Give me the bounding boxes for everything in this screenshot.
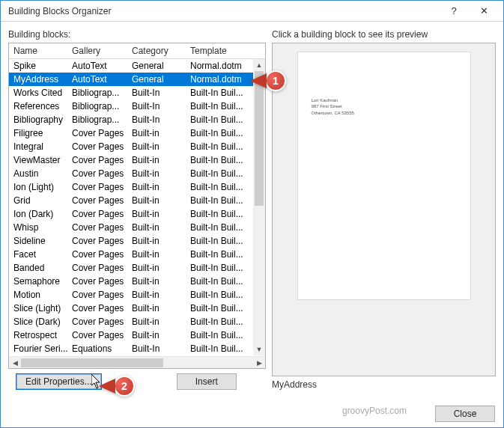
table-row[interactable]: MyAddressAutoTextGeneralNormal.dotm <box>9 73 265 86</box>
column-header-template[interactable]: Template <box>186 43 250 58</box>
cell-gallery: Cover Pages <box>67 207 127 221</box>
cell-category: Built-in <box>127 328 186 342</box>
preview-line-2: 987 First Street <box>312 103 457 109</box>
column-header-gallery[interactable]: Gallery <box>67 43 127 58</box>
cell-template: Built-In Buil... <box>186 302 250 315</box>
cell-template: Built-In Buil... <box>186 140 250 153</box>
callout-2-label: 2 <box>114 376 135 397</box>
table-row[interactable]: MotionCover PagesBuilt-inBuilt-In Buil..… <box>9 288 265 302</box>
scroll-up-icon[interactable]: ▲ <box>253 59 265 71</box>
cell-template: Built-In Buil... <box>186 100 250 113</box>
cell-gallery: Cover Pages <box>67 140 127 153</box>
table-row[interactable]: Fourier Seri...EquationsBuilt-InBuilt-In… <box>9 342 265 355</box>
h-scroll-track[interactable] <box>21 357 253 369</box>
horizontal-scrollbar[interactable]: ◀ ▶ <box>9 356 265 368</box>
cell-template: Built-In Buil... <box>186 328 250 342</box>
cell-category: Built-in <box>127 288 186 302</box>
table-row[interactable]: RetrospectCover PagesBuilt-inBuilt-In Bu… <box>9 328 265 342</box>
cell-name: Facet <box>9 248 67 261</box>
cell-category: Built-In <box>127 342 186 355</box>
close-button[interactable]: Close <box>435 406 495 422</box>
close-icon[interactable]: ✕ <box>469 1 499 21</box>
cell-category: Built-In <box>127 113 186 126</box>
scroll-track[interactable] <box>253 71 265 343</box>
cell-category: Built-in <box>127 180 186 194</box>
cell-gallery: Bibliograp... <box>67 86 127 100</box>
cell-name: ViewMaster <box>9 153 67 167</box>
cell-name: Filigree <box>9 126 67 140</box>
cell-gallery: Cover Pages <box>67 153 127 167</box>
cell-name: Bibliography <box>9 113 67 126</box>
insert-button[interactable]: Insert <box>177 373 237 390</box>
cell-template: Built-In Buil... <box>186 167 250 180</box>
left-pane: Building blocks: Name Gallery Category T… <box>8 29 266 390</box>
preview-page: Lori Kaufman 987 First Street Othertown,… <box>298 52 470 299</box>
cell-name: Whisp <box>9 221 67 234</box>
right-pane: Click a building block to see its previe… <box>272 29 496 390</box>
table-row[interactable]: GridCover PagesBuilt-inBuilt-In Buil... <box>9 194 265 207</box>
cell-name: References <box>9 100 67 113</box>
cell-name: Integral <box>9 140 67 153</box>
table-row[interactable]: SpikeAutoTextGeneralNormal.dotm <box>9 59 265 73</box>
table-row[interactable]: Slice (Dark)Cover PagesBuilt-inBuilt-In … <box>9 315 265 328</box>
preview-caption: MyAddress <box>272 379 496 390</box>
table-row[interactable]: FiligreeCover PagesBuilt-inBuilt-In Buil… <box>9 126 265 140</box>
table-row[interactable]: BandedCover PagesBuilt-inBuilt-In Buil..… <box>9 261 265 275</box>
table-row[interactable]: IntegralCover PagesBuilt-inBuilt-In Buil… <box>9 140 265 153</box>
column-header-name[interactable]: Name <box>9 43 67 58</box>
table-row[interactable]: FacetCover PagesBuilt-inBuilt-In Buil... <box>9 248 265 261</box>
cell-template: Built-In Buil... <box>186 221 250 234</box>
cell-template: Built-In Buil... <box>186 113 250 126</box>
h-scroll-thumb[interactable] <box>21 358 163 367</box>
cell-gallery: Cover Pages <box>67 248 127 261</box>
cell-gallery: Cover Pages <box>67 234 127 248</box>
cell-category: Built-in <box>127 194 186 207</box>
table-row[interactable]: Slice (Light)Cover PagesBuilt-inBuilt-In… <box>9 302 265 315</box>
cell-name: Banded <box>9 261 67 275</box>
cell-category: Built-in <box>127 153 186 167</box>
cell-template: Built-In Buil... <box>186 261 250 275</box>
column-header-category[interactable]: Category <box>127 43 186 58</box>
cell-template: Normal.dotm <box>186 59 250 73</box>
table-row[interactable]: WhispCover PagesBuilt-inBuilt-In Buil... <box>9 221 265 234</box>
cell-gallery: Cover Pages <box>67 275 127 288</box>
table-row[interactable]: SemaphoreCover PagesBuilt-inBuilt-In Bui… <box>9 275 265 288</box>
building-blocks-list[interactable]: Name Gallery Category Template SpikeAuto… <box>8 43 266 369</box>
vertical-scrollbar[interactable]: ▲ ▼ <box>253 59 265 355</box>
help-button[interactable]: ? <box>439 1 469 21</box>
titlebar[interactable]: Building Blocks Organizer ? ✕ <box>1 1 503 22</box>
callout-1: 1 <box>265 70 286 91</box>
table-row[interactable]: Works CitedBibliograp...Built-InBuilt-In… <box>9 86 265 100</box>
scroll-right-icon[interactable]: ▶ <box>253 357 265 369</box>
table-row[interactable]: Ion (Light)Cover PagesBuilt-inBuilt-In B… <box>9 180 265 194</box>
table-row[interactable]: BibliographyBibliograp...Built-InBuilt-I… <box>9 113 265 126</box>
cell-gallery: Cover Pages <box>67 221 127 234</box>
cell-template: Built-In Buil... <box>186 234 250 248</box>
cell-gallery: Cover Pages <box>67 328 127 342</box>
cell-template: Built-In Buil... <box>186 86 250 100</box>
cell-category: Built-In <box>127 100 186 113</box>
preview-panel: Lori Kaufman 987 First Street Othertown,… <box>272 43 496 376</box>
cell-template: Normal.dotm <box>186 73 250 86</box>
table-row[interactable]: ReferencesBibliograp...Built-InBuilt-In … <box>9 100 265 113</box>
cell-gallery: AutoText <box>67 73 127 86</box>
scroll-down-icon[interactable]: ▼ <box>253 343 265 355</box>
watermark: groovyPost.com <box>342 406 407 416</box>
cell-category: Built-in <box>127 261 186 275</box>
cell-gallery: Bibliograp... <box>67 100 127 113</box>
cell-gallery: Bibliograp... <box>67 113 127 126</box>
cell-template: Built-In Buil... <box>186 180 250 194</box>
cell-name: Ion (Light) <box>9 180 67 194</box>
scroll-thumb[interactable] <box>255 71 264 206</box>
list-rows[interactable]: SpikeAutoTextGeneralNormal.dotmMyAddress… <box>9 59 265 356</box>
table-row[interactable]: Ion (Dark)Cover PagesBuilt-inBuilt-In Bu… <box>9 207 265 221</box>
cell-template: Built-In Buil... <box>186 248 250 261</box>
cell-template: Built-In Buil... <box>186 288 250 302</box>
edit-properties-button[interactable]: Edit Properties... <box>16 373 102 390</box>
table-row[interactable]: ViewMasterCover PagesBuilt-inBuilt-In Bu… <box>9 153 265 167</box>
cell-gallery: Cover Pages <box>67 180 127 194</box>
cell-gallery: Cover Pages <box>67 194 127 207</box>
table-row[interactable]: SidelineCover PagesBuilt-inBuilt-In Buil… <box>9 234 265 248</box>
table-row[interactable]: AustinCover PagesBuilt-inBuilt-In Buil..… <box>9 167 265 180</box>
scroll-left-icon[interactable]: ◀ <box>9 357 21 369</box>
